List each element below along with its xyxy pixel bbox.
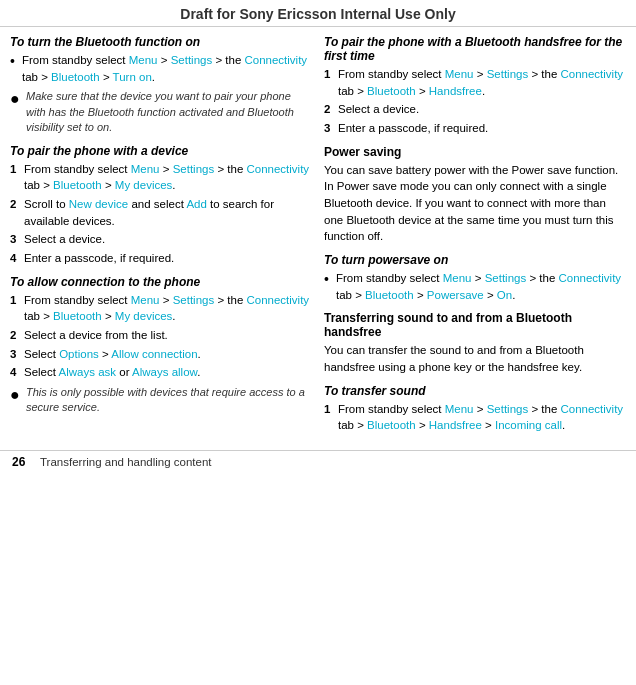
- note-secure-service: ● This is only possible with devices tha…: [10, 385, 312, 416]
- transfer-sound-heading: Transferring sound to and from a Bluetoo…: [324, 311, 626, 339]
- pair-device-list: 1 From standby select Menu > Settings > …: [10, 161, 312, 267]
- connectivity-link: Connectivity: [244, 54, 307, 66]
- note-icon: ●: [10, 89, 24, 108]
- allow-connection-list: 1 From standby select Menu > Settings > …: [10, 292, 312, 381]
- power-saving-heading: Power saving: [324, 145, 626, 159]
- page-layout: To turn the Bluetooth function on • From…: [0, 27, 636, 446]
- menu-link: Menu: [129, 54, 158, 66]
- pair-handsfree-list: 1 From standby select Menu > Settings > …: [324, 66, 626, 137]
- power-saving-body: You can save battery power with the Powe…: [324, 162, 626, 245]
- bullet-turn-on: • From standby select Menu > Settings > …: [10, 52, 312, 85]
- list-item: 4 Select Always ask or Always allow.: [10, 364, 312, 381]
- header-title: Draft for Sony Ericsson Internal Use Onl…: [180, 6, 455, 22]
- section-pair-handsfree-title: To pair the phone with a Bluetooth hands…: [324, 35, 626, 63]
- section-allow-connection-title: To allow connection to the phone: [10, 275, 312, 289]
- list-item: 1 From standby select Menu > Settings > …: [324, 66, 626, 99]
- list-item: 3 Select a device.: [10, 231, 312, 248]
- bullet-turn-on-text: From standby select Menu > Settings > th…: [22, 52, 312, 85]
- list-item: 2 Select a device from the list.: [10, 327, 312, 344]
- list-item: 2 Scroll to New device and select Add to…: [10, 196, 312, 229]
- bullet-dot-icon-2: •: [324, 270, 336, 288]
- section-turn-on-title: To turn the Bluetooth function on: [10, 35, 312, 49]
- note-icon-2: ●: [10, 385, 24, 404]
- page-footer: 26 Transferring and handling content: [0, 450, 636, 473]
- bullet-dot-icon: •: [10, 52, 22, 70]
- bullet-powersave-text: From standby select Menu > Settings > th…: [336, 270, 626, 303]
- transfer-sound-body: You can transfer the sound to and from a…: [324, 342, 626, 375]
- section-pair-device-title: To pair the phone with a device: [10, 144, 312, 158]
- list-item: 3 Enter a passcode, if required.: [324, 120, 626, 137]
- draft-header: Draft for Sony Ericsson Internal Use Onl…: [0, 0, 636, 27]
- left-column: To turn the Bluetooth function on • From…: [10, 35, 312, 438]
- list-item: 2 Select a device.: [324, 101, 626, 118]
- settings-link: Settings: [171, 54, 213, 66]
- list-item: 1 From standby select Menu > Settings > …: [10, 161, 312, 194]
- note-text-2: This is only possible with devices that …: [26, 385, 312, 416]
- list-item: 4 Enter a passcode, if required.: [10, 250, 312, 267]
- footer-text: Transferring and handling content: [40, 456, 212, 468]
- note-text: Make sure that the device you want to pa…: [26, 89, 312, 135]
- list-item: 3 Select Options > Allow connection.: [10, 346, 312, 363]
- list-item: 1 From standby select Menu > Settings > …: [10, 292, 312, 325]
- note-bluetooth-visibility: ● Make sure that the device you want to …: [10, 89, 312, 135]
- bluetooth-link: Bluetooth: [51, 71, 100, 83]
- turnon-link: Turn on: [113, 71, 152, 83]
- section-transfer-sound-title: To transfer sound: [324, 384, 626, 398]
- transfer-sound-list: 1 From standby select Menu > Settings > …: [324, 401, 626, 434]
- page-number: 26: [12, 455, 40, 469]
- section-powersave-title: To turn powersave on: [324, 253, 626, 267]
- list-item: 1 From standby select Menu > Settings > …: [324, 401, 626, 434]
- right-column: To pair the phone with a Bluetooth hands…: [324, 35, 626, 438]
- bullet-powersave: • From standby select Menu > Settings > …: [324, 270, 626, 303]
